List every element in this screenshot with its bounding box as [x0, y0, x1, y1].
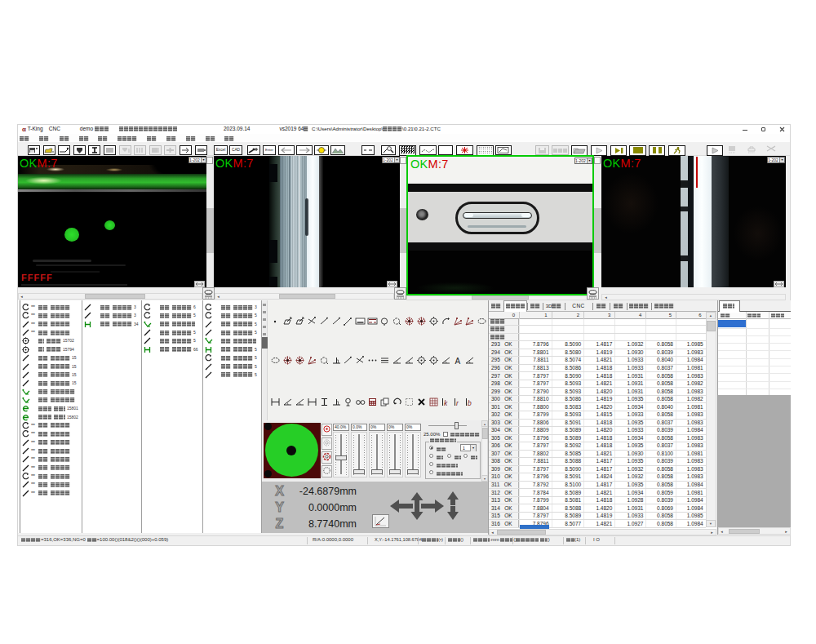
svg-text:k: k — [444, 399, 448, 407]
svg-text:r: r — [456, 399, 459, 407]
svg-text:A: A — [455, 357, 460, 366]
svg-text:b: b — [468, 399, 472, 407]
